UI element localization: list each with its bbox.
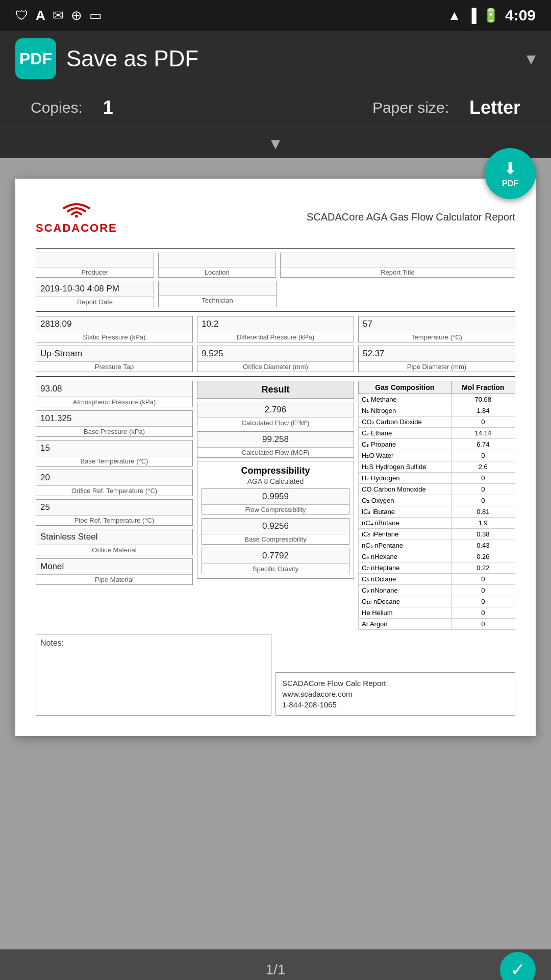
orifice-ref-temp-value: 20 [36,470,192,486]
gas-mol-fraction: 70.68 [451,394,515,405]
orifice-diameter-field: 9.525 Orifice Diameter (mm) [197,346,354,372]
gas-table-row: C₁₀ nDecane0 [359,596,515,607]
top-fields-row: Producer Location Report Title [36,253,515,278]
gas-mol-fraction: 0.81 [451,506,515,518]
confirm-fab[interactable]: ✓ [500,952,536,980]
calc-flow-mcf-field: 99.258 Calculated Flow (MCF) [197,431,354,458]
calc-flow-mcf-label: Calculated Flow (MCF) [197,448,354,457]
gas-mol-fraction: 1.84 [451,405,515,416]
logo-section: SCADACORE [36,199,117,235]
mol-fraction-col-header: Mol Fraction [451,381,515,394]
gas-component: C₁₀ nDecane [359,596,452,607]
content-area: SCADACORE SCADACore AGA Gas Flow Calcula… [0,158,551,949]
result-title: Result [197,381,354,399]
orifice-diameter-value: 9.525 [197,346,354,362]
orifice-material-value: Stainless Steel [36,529,192,545]
gas-mol-fraction: 0 [451,416,515,428]
base-pressure-label: Base Pressure (kPa) [36,427,192,436]
gas-table-row: C₁ Methane70.68 [359,394,515,405]
gas-table-row: nC₄ nButane1.9 [359,518,515,529]
gas-table-row: H₂ Hydrogen0 [359,473,515,484]
download-icon: ⬇ [504,159,517,178]
status-bar: 🛡 A ✉ ⊕ ▭ ▲ ▐ 🔋 4:09 [0,0,551,31]
gas-table-row: C₉ nNonane0 [359,585,515,596]
pipe-ref-temp-field: 25 Pipe Ref. Temperature (°C) [36,499,193,526]
app-title: Save as PDF [66,46,516,71]
orifice-ref-temp-label: Orifice Ref. Temperature (°C) [36,486,192,496]
report-title-field: Report Title [280,253,515,278]
status-icons-right: ▲ ▐ 🔋 4:09 [448,7,536,24]
wifi-icon: ▲ [448,8,461,23]
orifice-ref-temp-field: 20 Orifice Ref. Temperature (°C) [36,470,193,496]
gas-table-row: C₈ nOctane0 [359,574,515,585]
location-field: Location [158,253,277,278]
differential-pressure-field: 10.2 Differential Pressure (kPa) [197,316,354,342]
specific-gravity-field: 0.7792 Specific Gravity [202,548,349,574]
pipe-diameter-value: 52.37 [359,346,515,362]
specific-gravity-label: Specific Gravity [202,564,349,574]
gas-component: C₈ nOctane [359,574,452,585]
pipe-diameter-field: 52.37 Pipe Diameter (mm) [358,346,515,372]
flow-compress-label: Flow Compressibility [202,505,349,514]
save-pdf-fab[interactable]: ⬇ PDF [485,148,536,199]
report-date-label: Report Date [36,297,154,307]
gas-table-row: Ar Argon0 [359,619,515,630]
pdf-icon: PDF [19,50,52,68]
atmospheric-pressure-field: 93.08 Atmospheric Pressure (kPa) [36,381,193,407]
flow-compress-value: 0.9959 [202,489,349,505]
base-compress-field: 0.9256 Base Compressibility [202,518,349,545]
gas-mol-fraction: 0 [451,484,515,495]
gas-component: C₁ Methane [359,394,452,405]
gas-table-row: C₂ Ethane14.14 [359,428,515,439]
footer-line1: SCADACore Flow Calc Report [282,679,509,688]
gas-table-row: O₂ Oxygen0 [359,495,515,506]
pressure-tap-field: Up-Stream Pressure Tap [36,346,193,372]
gas-mol-fraction: 1.9 [451,518,515,529]
producer-value [36,253,154,267]
gas-table-row: C₇ nHeptane0.22 [359,562,515,574]
location-label: Location [159,267,276,277]
copies-value[interactable]: 1 [103,97,113,118]
gas-mol-fraction: 14.14 [451,428,515,439]
report-header: SCADACORE SCADACore AGA Gas Flow Calcula… [36,199,515,240]
gas-composition-table: Gas Composition Mol Fraction C₁ Methane7… [358,381,515,630]
calc-flow-e3m3-value: 2.796 [197,402,354,418]
gas-component: C₉ nNonane [359,585,452,596]
gas-component: O₂ Oxygen [359,495,452,506]
gas-table-row: H₂S Hydrogen Sulfide2.6 [359,461,515,473]
compress-subtitle: AGA 8 Calculated [202,477,349,485]
technician-label: Technician [159,296,276,305]
differential-pressure-value: 10.2 [197,316,354,332]
pipe-material-field: Monel Pipe Material [36,558,193,585]
producer-field: Producer [36,253,154,278]
gas-mol-fraction: 0.38 [451,529,515,540]
static-pressure-value: 2818.09 [36,316,192,332]
base-temperature-label: Base Temperature (°C) [36,456,192,466]
pressure-tap-value: Up-Stream [36,346,192,362]
battery-icon: 🔋 [483,8,499,23]
paper-size-label: Paper size: [372,99,449,116]
middle-section: Result 2.796 Calculated Flow (E³M³) 99.2… [197,381,354,630]
gas-component: nC₄ nButane [359,518,452,529]
gas-component: iC₅ iPentane [359,529,452,540]
compress-title: Compressibility [202,465,349,476]
svg-point-0 [75,215,78,217]
sim-icon: ▭ [89,8,102,23]
gas-component: H₂S Hydrogen Sulfide [359,461,452,473]
pipe-ref-temp-label: Pipe Ref. Temperature (°C) [36,516,192,525]
app-dropdown-arrow[interactable]: ▾ [527,48,536,69]
technician-field: Technician [158,281,277,307]
base-pressure-field: 101.325 Base Pressure (kPa) [36,410,193,437]
a-icon: A [36,8,45,23]
results-section: 93.08 Atmospheric Pressure (kPa) 101.325… [36,381,515,630]
expand-row[interactable]: ▾ [0,128,551,158]
copies-label: Copies: [31,99,83,116]
base-temperature-value: 15 [36,440,192,456]
gas-mol-fraction: 0 [451,495,515,506]
flow-compress-field: 0.9959 Flow Compressibility [202,488,349,515]
paper-size-value[interactable]: Letter [469,97,520,118]
gas-component: Ar Argon [359,619,452,630]
gas-mol-fraction: 0 [451,619,515,630]
report-title-value [281,253,515,267]
notes-label: Notes: [40,639,64,647]
